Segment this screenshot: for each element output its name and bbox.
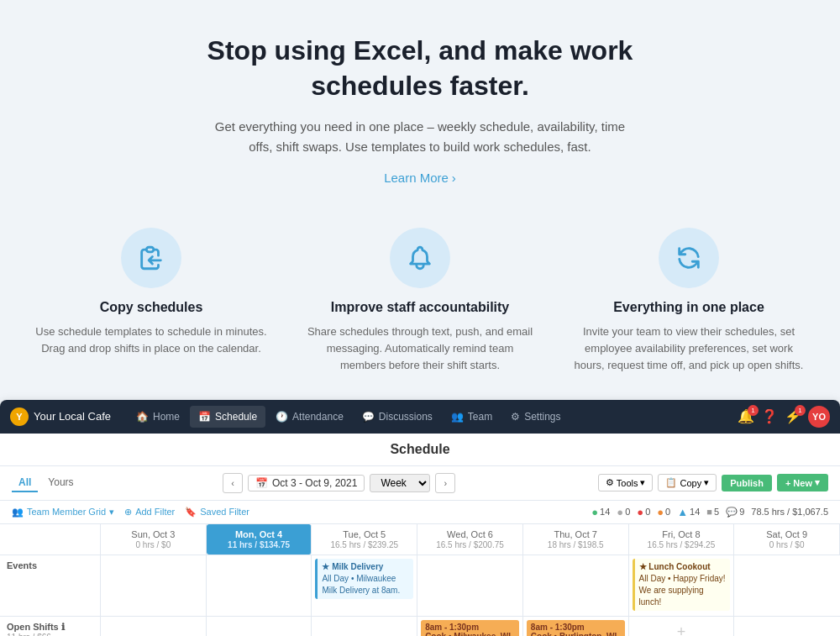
alerts-btn[interactable]: ⚡ 1: [785, 408, 801, 424]
refresh-icon-wrap: [659, 228, 719, 288]
stat-red: ● 0: [637, 506, 650, 518]
help-btn[interactable]: ❓: [761, 408, 778, 424]
stat-msg: 💬 9: [726, 507, 744, 518]
stat-orange-value: 0: [665, 507, 670, 517]
tab-all[interactable]: All: [12, 474, 38, 492]
notifications-btn[interactable]: 🔔 1: [738, 408, 754, 424]
feature-copy-schedules: Copy schedules Use schedule templates to…: [34, 228, 269, 374]
orange-dot-icon: ●: [657, 506, 664, 518]
stat-total: 78.5 hrs / $1,067.5: [751, 507, 828, 517]
msg-icon: 💬: [726, 507, 738, 518]
open-fri[interactable]: +: [629, 617, 735, 636]
nav-right: 🔔 1 ❓ ⚡ 1 YO: [738, 406, 830, 428]
filter-bar: 👥 Team Member Grid ▾ ⊕ Add Filter 🔖 Save…: [0, 501, 840, 524]
events-fri: ★ Lunch Cookout All Day • Happy Friday! …: [629, 555, 735, 616]
alert-badge: 1: [795, 405, 806, 416]
hero-section: Stop using Excel, and make work schedule…: [0, 0, 840, 202]
events-thu: [523, 555, 629, 616]
org-logo-circle: Y: [10, 407, 29, 426]
event-lunch-cookout: ★ Lunch Cookout All Day • Happy Friday! …: [633, 559, 731, 611]
events-tue: ★ Milk Delivery All Day • Milwaukee Milk…: [312, 555, 417, 616]
app-ui: Y Your Local Cafe 🏠 Home 📅 Schedule 🕐 At…: [0, 400, 840, 636]
events-sat: [734, 555, 840, 616]
stat-red-value: 0: [645, 507, 650, 517]
stat-green-value: 14: [600, 507, 610, 517]
header-tue: Tue, Oct 5 16.5 hrs / $239.25: [312, 524, 417, 555]
nav-team[interactable]: 👥 Team: [443, 406, 501, 428]
user-avatar[interactable]: YO: [808, 406, 830, 428]
red-dot-icon: ●: [637, 506, 643, 518]
open-shifts-label: Open Shifts ℹ 11 hrs / $66: [0, 617, 101, 636]
publish-button[interactable]: Publish: [722, 475, 772, 491]
blue-dot-icon: ▲: [677, 506, 688, 518]
stat-blue: ▲ 14: [677, 506, 700, 518]
header-mon: Mon, Oct 4 11 hrs / $134.75: [207, 524, 312, 555]
nav-settings[interactable]: ⚙ Settings: [502, 406, 569, 428]
copy-button[interactable]: 📋 Copy ▾: [658, 474, 717, 491]
schedule-title: Schedule: [0, 434, 840, 466]
open-sat: [734, 617, 840, 636]
add-filter-btn[interactable]: ⊕ Add Filter: [124, 507, 175, 518]
nav-discussions[interactable]: 💬 Discussions: [354, 406, 441, 428]
feature-one-place-desc: Invite your team to view their schedules…: [571, 323, 806, 374]
nav-schedule[interactable]: 📅 Schedule: [190, 406, 265, 428]
feature-accountability-title: Improve staff accountability: [302, 300, 538, 315]
new-button[interactable]: + New ▾: [777, 474, 828, 491]
bell-icon-wrap: [390, 228, 450, 288]
copy-btn-icon: 📋: [665, 477, 677, 488]
stat-gray-value: 0: [625, 507, 630, 517]
schedule-nav: ‹ 📅 Oct 3 - Oct 9, 2021 Week Day Month ›: [223, 473, 455, 493]
features-section: Copy schedules Use schedule templates to…: [0, 202, 840, 399]
stat-green: ● 14: [591, 506, 610, 518]
open-wed[interactable]: 8am - 1:30pm Cook • Milwaukee, WI: [417, 617, 523, 636]
stat-total-value: 78.5 hrs / $1,067.5: [751, 507, 828, 517]
feature-one-place: Everything in one place Invite your team…: [571, 228, 806, 374]
header-empty-cell: [0, 524, 101, 555]
calendar-header-row: Sun, Oct 3 0 hrs / $0 Mon, Oct 4 11 hrs …: [0, 524, 840, 555]
open-shifts-row: Open Shifts ℹ 11 hrs / $66 8am - 1:30pm …: [0, 617, 840, 636]
open-mon: [207, 617, 312, 636]
learn-more-text: Learn More: [384, 171, 449, 185]
stat-msg-value: 9: [739, 507, 744, 517]
stat-box: ■ 5: [706, 507, 719, 517]
app-nav: Y Your Local Cafe 🏠 Home 📅 Schedule 🕐 At…: [0, 400, 840, 434]
tab-yours[interactable]: Yours: [41, 474, 80, 492]
org-name: Your Local Cafe: [34, 410, 111, 423]
calendar-grid: Sun, Oct 3 0 hrs / $0 Mon, Oct 4 11 hrs …: [0, 524, 840, 636]
prev-week-btn[interactable]: ‹: [223, 473, 243, 493]
tools-button[interactable]: ⚙ Tools ▾: [598, 474, 654, 491]
stat-orange: ● 0: [657, 506, 670, 518]
events-sun: [101, 555, 207, 616]
refresh-icon: [675, 244, 703, 272]
org-logo-letter: Y: [16, 412, 22, 422]
hero-description: Get everything you need in one place – w…: [210, 117, 630, 157]
feature-one-place-title: Everything in one place: [571, 300, 806, 315]
team-member-grid-btn[interactable]: 👥 Team Member Grid ▾: [12, 507, 114, 518]
chevron-right-icon: ›: [452, 171, 456, 185]
view-select[interactable]: Week Day Month: [370, 474, 430, 492]
open-shift-wed: 8am - 1:30pm Cook • Milwaukee, WI: [421, 620, 519, 636]
events-mon: [207, 555, 312, 616]
feature-copy-desc: Use schedule templates to schedule in mi…: [34, 323, 269, 357]
header-thu: Thu, Oct 7 18 hrs / $198.5: [523, 524, 629, 555]
box-icon: ■: [706, 507, 712, 517]
header-wed: Wed, Oct 6 16.5 hrs / $200.75: [417, 524, 523, 555]
next-week-btn[interactable]: ›: [435, 473, 455, 493]
open-sun: [101, 617, 207, 636]
add-shift-btn[interactable]: +: [633, 620, 731, 636]
stat-gray: ● 0: [617, 506, 630, 518]
open-thu[interactable]: 8am - 1:30pm Cook • Burlington, WI: [523, 617, 629, 636]
filter-icon: ⊕: [124, 507, 132, 518]
feature-copy-title: Copy schedules: [34, 300, 269, 315]
nav-home[interactable]: 🏠 Home: [128, 406, 188, 428]
schedule-tabs: All Yours: [12, 474, 81, 492]
header-sun: Sun, Oct 3 0 hrs / $0: [101, 524, 207, 555]
bell-icon: [406, 244, 434, 272]
event-milk-delivery: ★ Milk Delivery All Day • Milwaukee Milk…: [315, 559, 413, 599]
gray-dot-icon: ●: [617, 506, 623, 518]
app-logo: Y Your Local Cafe: [10, 407, 111, 426]
learn-more-link[interactable]: Learn More ›: [384, 171, 456, 185]
nav-links: 🏠 Home 📅 Schedule 🕐 Attendance 💬 Discuss…: [128, 406, 738, 428]
nav-attendance[interactable]: 🕐 Attendance: [267, 406, 352, 428]
saved-filter-btn[interactable]: 🔖 Saved Filter: [185, 507, 249, 518]
